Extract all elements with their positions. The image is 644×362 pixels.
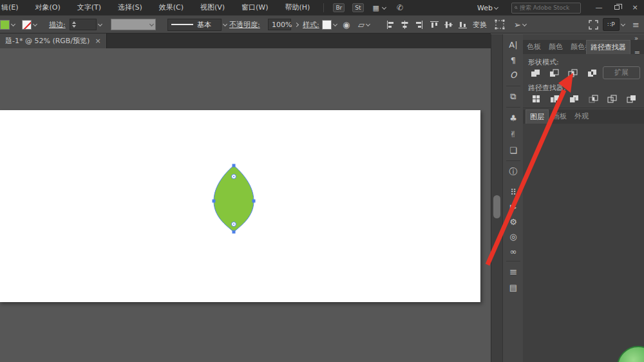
anchor-point[interactable]: [213, 200, 216, 203]
isolate-selection-icon[interactable]: ➢: [514, 20, 521, 30]
chevron-down-icon[interactable]: [333, 21, 337, 26]
shape-properties-icon[interactable]: ▱: [358, 20, 365, 30]
style-swatch[interactable]: [322, 20, 332, 30]
expand-button[interactable]: 扩展: [603, 66, 640, 79]
fullscreen-corners-icon[interactable]: [589, 20, 598, 30]
unite-button[interactable]: [528, 66, 544, 79]
document-tab[interactable]: 题-1* @ 52% (RGB/预览) ×: [0, 33, 107, 48]
intersect-button[interactable]: [565, 66, 581, 79]
chevron-right-icon[interactable]: [294, 22, 299, 26]
stock-button[interactable]: St: [352, 3, 363, 12]
stroke-weight-label[interactable]: 描边:: [49, 20, 66, 30]
style-label[interactable]: 样式:: [303, 20, 319, 30]
pathfinder-label: 路径查找器:: [528, 83, 566, 93]
fill-color-swatch[interactable]: [0, 20, 10, 30]
variable-width-profile-dropdown[interactable]: [111, 19, 156, 30]
menu-view[interactable]: 视图(V): [192, 0, 233, 15]
minus-back-button[interactable]: [624, 92, 639, 105]
bounding-box-icon[interactable]: [495, 19, 505, 30]
tab-swatches[interactable]: 色板: [523, 40, 545, 54]
links-panel-icon[interactable]: ∞: [503, 245, 524, 259]
layers-panel-body[interactable]: [523, 124, 644, 362]
share-device-icon[interactable]: ✆: [397, 3, 403, 12]
chevron-down-icon[interactable]: [621, 21, 625, 26]
restore-button[interactable]: [608, 0, 626, 15]
divide-button[interactable]: [528, 92, 544, 105]
chevron-down-icon[interactable]: [522, 21, 527, 26]
menu-select[interactable]: 选择(S): [109, 0, 151, 15]
align-bottom-button[interactable]: [456, 18, 469, 31]
properties-panel-icon[interactable]: ≡: [503, 265, 524, 279]
outline-button[interactable]: [605, 92, 620, 105]
opacity-label[interactable]: 不透明度:: [229, 20, 260, 30]
transform-link[interactable]: 变换: [473, 20, 487, 30]
vertical-scrollbar[interactable]: [491, 34, 502, 362]
merge-button[interactable]: [567, 92, 582, 105]
workspace-panel-icon[interactable]: ∷P: [603, 18, 620, 31]
tab-color[interactable]: 颜色: [545, 40, 567, 54]
scrollbar-thumb[interactable]: [493, 195, 500, 218]
tab-artboards[interactable]: 画板: [549, 110, 571, 124]
stroke-weight-stepper[interactable]: [70, 19, 97, 30]
menu-edit[interactable]: 辑(E): [0, 0, 27, 15]
character-panel-icon[interactable]: A|: [503, 38, 524, 52]
bridge-button[interactable]: Br: [333, 3, 345, 12]
menu-window[interactable]: 窗口(W): [233, 0, 276, 15]
panel-menu-icon[interactable]: ≡: [634, 49, 640, 54]
align-top-button[interactable]: [428, 18, 440, 31]
gradient-panel-icon[interactable]: ▤: [503, 281, 524, 295]
transform-panel-icon[interactable]: ⠿: [503, 186, 524, 200]
info-panel-icon[interactable]: ⓘ: [503, 165, 524, 179]
minimize-button[interactable]: —: [590, 0, 608, 15]
export-panel-icon[interactable]: ⧉: [503, 90, 524, 104]
exclude-button[interactable]: [585, 66, 600, 79]
opacity-value-input[interactable]: 100%: [268, 19, 291, 30]
crop-button[interactable]: [586, 92, 601, 105]
tab-pathfinder[interactable]: 路径查找器: [586, 40, 630, 54]
menu-effect[interactable]: 效果(C): [151, 0, 192, 15]
align-right-button[interactable]: [412, 18, 425, 31]
stepper-arrows-icon[interactable]: [72, 21, 76, 28]
brushes-panel-icon[interactable]: ✌: [503, 128, 524, 142]
menu-object[interactable]: 对象(O): [27, 0, 69, 15]
stock-search[interactable]: [511, 3, 581, 14]
close-document-icon[interactable]: ×: [95, 37, 100, 45]
artboards-panel-icon[interactable]: ❏: [503, 144, 524, 158]
anchor-point[interactable]: [232, 164, 236, 167]
tab-layers[interactable]: 图层: [526, 110, 549, 124]
minus-front-button[interactable]: [547, 66, 562, 79]
chevron-down-icon[interactable]: [33, 21, 37, 26]
paragraph-panel-icon[interactable]: ¶: [503, 53, 524, 68]
tab-appearance[interactable]: 外观: [571, 110, 592, 124]
align-vcenter-icon: [444, 21, 453, 29]
menu-help[interactable]: 帮助(H): [277, 0, 319, 15]
libraries-panel-icon[interactable]: ◎: [503, 230, 524, 244]
chevron-down-icon[interactable]: [11, 21, 15, 26]
leaf-shape[interactable]: [207, 158, 262, 239]
pathfinder-panel-group: » 色板 颜色 颜色参 路径查找器 ≡ 形状模式:: [523, 34, 644, 362]
actions-panel-icon[interactable]: ▶: [503, 200, 524, 214]
stroke-color-swatch[interactable]: [22, 20, 32, 30]
arrange-documents-icon[interactable]: ▦: [373, 4, 379, 12]
align-vcenter-button[interactable]: [442, 18, 455, 31]
close-button[interactable]: ×: [626, 0, 644, 15]
menu-type[interactable]: 文字(T): [69, 0, 109, 15]
anchor-point[interactable]: [232, 231, 236, 234]
tab-color-guide[interactable]: 颜色参: [567, 40, 586, 54]
align-left-button[interactable]: [384, 18, 397, 31]
chevron-down-icon[interactable]: [366, 21, 370, 26]
asset-export-panel-icon[interactable]: ⚙: [503, 215, 524, 229]
chevron-down-icon[interactable]: [382, 5, 386, 9]
chevron-down-icon[interactable]: [223, 21, 227, 26]
search-input[interactable]: [520, 5, 578, 11]
brush-definition-dropdown[interactable]: 基本: [167, 19, 222, 31]
opentype-panel-icon[interactable]: O: [503, 68, 524, 82]
control-menu-icon[interactable]: ≡: [632, 20, 639, 30]
symbols-panel-icon[interactable]: ♣: [503, 111, 524, 126]
chevron-down-icon[interactable]: [98, 21, 102, 26]
recolor-artwork-icon[interactable]: ◉: [343, 20, 350, 30]
anchor-point[interactable]: [252, 200, 256, 203]
trim-button[interactable]: [547, 92, 563, 105]
workspace-switcher[interactable]: Web: [477, 4, 500, 12]
align-hcenter-button[interactable]: [398, 18, 411, 31]
